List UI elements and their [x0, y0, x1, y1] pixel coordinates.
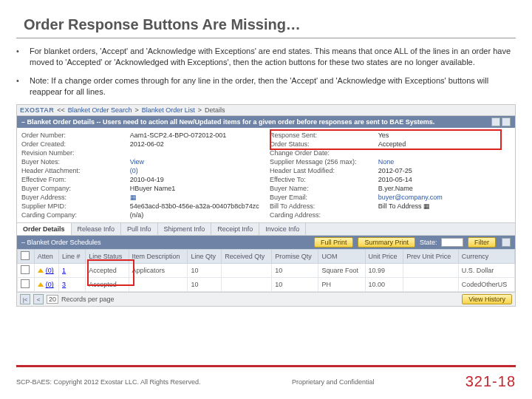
attachment-link[interactable]: (0): [130, 167, 138, 174]
label: Revision Number:: [21, 149, 130, 157]
app-window: EXOSTAR << Blanket Order Search> Blanket…: [16, 104, 516, 307]
row-checkbox[interactable]: [21, 279, 30, 288]
prev-page-button[interactable]: <: [33, 294, 44, 304]
col-desc: Item Description: [129, 250, 188, 264]
label: Supplier MPID:: [21, 202, 130, 210]
atten-link[interactable]: (0): [46, 267, 54, 274]
supplier-msg-link[interactable]: None: [378, 158, 395, 166]
bullet-text: For blanket orders, 'Accept' and 'Acknow…: [30, 46, 516, 68]
address-icon[interactable]: ▦: [130, 194, 137, 201]
pager-label: Records per page: [61, 296, 115, 303]
cell: 10: [272, 264, 318, 278]
breadcrumb-sep: <<: [57, 106, 65, 114]
tab-receipt-info[interactable]: Receipt Info: [211, 223, 259, 235]
value: HBuyer Name1: [130, 185, 262, 192]
breadcrumb: EXOSTAR << Blanket Order Search> Blanket…: [17, 105, 515, 116]
state-select[interactable]: All (2): [441, 238, 463, 247]
page-title: Order Response Buttons Are Missing…: [24, 16, 516, 33]
cell: [129, 278, 188, 292]
label: Carding Address:: [270, 211, 378, 219]
details-right: Response Sent:Yes Order Status:Accepted …: [270, 131, 511, 219]
alert-icon: [38, 282, 44, 287]
first-page-button[interactable]: |<: [20, 294, 30, 304]
tab-bar: Order Details Release Info Pull Info Shi…: [17, 222, 515, 236]
table-row[interactable]: (0) 1 Accepted Applicators 10 10 Square …: [18, 264, 515, 278]
line-link[interactable]: 1: [62, 267, 66, 274]
label: Buyer Email:: [270, 194, 378, 201]
line-link[interactable]: 3: [62, 281, 66, 288]
confidential-text: Proprietary and Confidential: [292, 378, 375, 386]
col-pqty: Promise Qty: [272, 250, 318, 264]
col-rqty: Received Qty: [222, 250, 272, 264]
label: Order Status:: [270, 140, 378, 148]
row-checkbox[interactable]: [21, 265, 30, 274]
label: Bill To Address:: [270, 202, 378, 210]
logo: EXOSTAR: [20, 106, 54, 114]
label: Change Order Date:: [270, 149, 378, 157]
label: Buyer Address:: [21, 194, 130, 201]
schedules-label: – Blanket Order Schedules: [21, 239, 101, 246]
col-checkbox[interactable]: [18, 250, 35, 264]
atten-link[interactable]: (0): [46, 281, 54, 288]
col-prev: Prev Unit Price: [403, 250, 458, 264]
tab-pull-info[interactable]: Pull Info: [121, 223, 158, 235]
cell: Square Foot: [318, 264, 365, 278]
table-row[interactable]: (0) 3 Accepted 10 10 PH 10.00 CodedOther…: [18, 278, 515, 292]
expand-icon[interactable]: [502, 117, 511, 126]
cell: CodedOtherUS: [458, 278, 514, 292]
cell: [403, 278, 458, 292]
value: 2012-07-25: [378, 167, 511, 174]
bullet-dot: •: [16, 75, 30, 98]
cell: [222, 264, 272, 278]
cell: U.S. Dollar: [458, 264, 514, 278]
collapse-icon[interactable]: [502, 238, 511, 247]
cell: [222, 278, 272, 292]
bullet-list: •For blanket orders, 'Accept' and 'Ackno…: [16, 46, 516, 97]
label: Order Created:: [21, 140, 130, 148]
tab-release-info[interactable]: Release Info: [72, 223, 122, 235]
summary-print-button[interactable]: Summary Print: [358, 237, 415, 248]
tab-shipment-info[interactable]: Shipment Info: [158, 223, 212, 235]
cell: 10: [272, 278, 318, 292]
col-lqty: Line Qty: [188, 250, 222, 264]
label: Header Last Modified:: [270, 167, 378, 174]
label: Effective From:: [21, 176, 130, 183]
view-history-button[interactable]: View History: [462, 294, 512, 304]
collapse-icon[interactable]: [491, 117, 500, 126]
label: Header Attachment:: [21, 167, 130, 174]
page-size-select[interactable]: 20: [47, 295, 58, 304]
value: Accepted: [378, 140, 511, 148]
details-panel: Order Number:Aam1-SCP2.4-BPO-072012-001 …: [17, 128, 515, 222]
tab-invoice-info[interactable]: Invoice Info: [259, 223, 306, 235]
schedules-table: Atten Line # Line Status Item Descriptio…: [17, 249, 515, 292]
filter-button[interactable]: Filter: [468, 237, 496, 248]
label: Supplier Message (256 max):: [270, 158, 378, 166]
value: 54e63acd-83b0-456e-a32a-00407b8cb74zc: [130, 202, 262, 210]
cell: 10: [188, 278, 222, 292]
col-line: Line #: [59, 250, 86, 264]
slide-footer: SCP-BAES: Copyright 2012 Exostar LLC. Al…: [0, 365, 532, 390]
full-print-button[interactable]: Full Print: [314, 237, 354, 248]
tab-order-details[interactable]: Order Details: [17, 223, 72, 235]
cell: 10: [188, 264, 222, 278]
details-left: Order Number:Aam1-SCP2.4-BPO-072012-001 …: [21, 131, 262, 219]
section-header-text: – Blanket Order Details -- Users need to…: [21, 118, 434, 126]
col-atten: Atten: [34, 250, 58, 264]
value: Bill To Address ▦: [378, 202, 511, 210]
value: (n/a): [130, 211, 262, 219]
title-divider: [16, 38, 516, 38]
value: B.yer.Name: [378, 185, 511, 192]
section-header: – Blanket Order Details -- Users need to…: [17, 116, 515, 128]
label: Effective To:: [270, 176, 378, 183]
buyer-notes-link[interactable]: View: [130, 158, 144, 166]
breadcrumb-link[interactable]: Blanket Order Search: [68, 106, 132, 114]
bullet-text: Note: If a change order comes through fo…: [30, 75, 516, 98]
value: 2010-05-14: [378, 176, 511, 183]
breadcrumb-link[interactable]: Blanket Order List: [142, 106, 195, 114]
label: Buyer Name:: [270, 185, 378, 192]
col-uom: UOM: [318, 250, 365, 264]
buyer-email-link[interactable]: buyer@company.com: [378, 194, 443, 201]
value: Yes: [378, 132, 511, 139]
bullet-dot: •: [16, 46, 30, 68]
col-status: Line Status: [86, 250, 129, 264]
